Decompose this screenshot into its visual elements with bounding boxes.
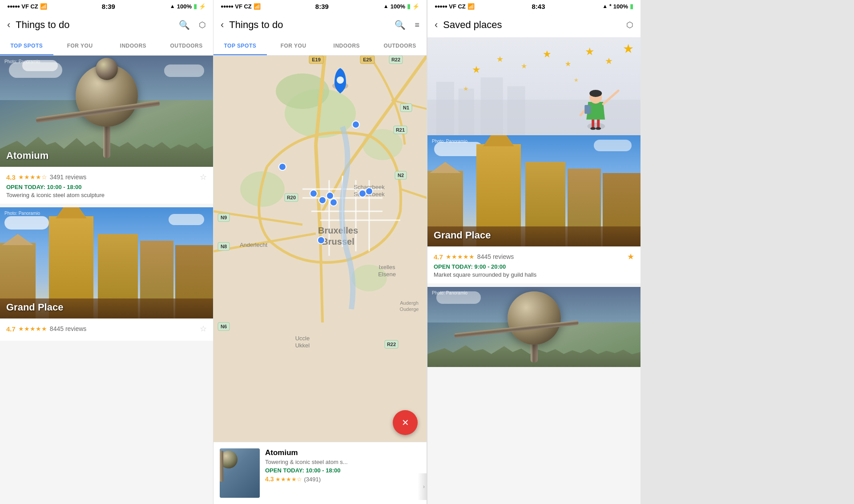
carrier-label-2: VF CZ	[235, 3, 252, 10]
tab-outdoors-2[interactable]: OUTDOORS	[373, 37, 427, 55]
saved-content: Photo: Panoramio Grand Place 4.7 ★★★★★ 8…	[427, 135, 640, 504]
atomium-rating: 4.3 ★★★★☆ 3491 reviews ☆	[6, 172, 207, 182]
back-button-2[interactable]: ‹	[221, 19, 224, 31]
photo-credit-saved-at: Photo: Panoramio	[432, 290, 467, 295]
svg-text:N8: N8	[221, 244, 227, 249]
map-area[interactable]: E19 E25 R22 N1 R21 N2 R20 N9 N8	[214, 56, 427, 504]
back-button-1[interactable]: ‹	[7, 19, 10, 31]
screen1-panel: ●●●●● VF CZ 📶 8:39 ▲ 100% ▮ ⚡ ‹ Things t…	[0, 0, 214, 504]
photo-credit-saved-gp: Photo: Panoramio	[432, 139, 467, 144]
saved-grandplace-info: 4.7 ★★★★★ 8445 reviews ★ OPEN TODAY: 9:0…	[427, 246, 640, 283]
signal-icon-3: ●●●●●	[435, 4, 447, 9]
popup-name: Atomium	[265, 448, 420, 457]
map-icon-1[interactable]: ⬡	[199, 20, 206, 30]
popup-rating-num: 4.3	[265, 476, 274, 483]
svg-point-62	[326, 192, 334, 199]
svg-point-66	[318, 237, 325, 244]
svg-text:N9: N9	[221, 215, 227, 220]
svg-point-59	[279, 163, 286, 170]
battery-label-3: 100%	[613, 3, 628, 10]
svg-point-60	[310, 190, 317, 197]
signal-icon-2: ●●●●●	[221, 4, 233, 9]
svg-rect-92	[584, 105, 591, 114]
content-1: Photo: Panoramio Atomium 4.3 ★★★★☆ 3491 …	[0, 56, 213, 504]
atomium-fav-button[interactable]: ☆	[200, 172, 207, 182]
svg-text:N6: N6	[221, 324, 227, 329]
popup-rating: 4.3 ★★★★☆ (3491)	[265, 476, 420, 483]
tab-indoors-2[interactable]: INDOORS	[320, 37, 374, 55]
map-icon-3[interactable]: ⬡	[626, 20, 633, 30]
nav-bar-3: ‹ Saved places ⬡	[427, 12, 640, 37]
charging-icon-2: ⚡	[412, 3, 419, 10]
svg-point-58	[352, 121, 359, 128]
screen2-panel: ●●●●● VF CZ 📶 8:39 ▲ 100% ▮ ⚡ ‹ Things t…	[214, 0, 427, 504]
svg-text:R22: R22	[387, 342, 396, 347]
search-icon-2[interactable]: 🔍	[395, 20, 406, 30]
tab-top-spots-1[interactable]: TOP SPOTS	[0, 37, 53, 55]
svg-text:★: ★	[585, 45, 595, 57]
popup-desc: Towering & iconic steel atom s...	[265, 459, 420, 465]
saved-gp-stars: ★★★★★	[446, 253, 475, 260]
svg-text:★: ★	[623, 42, 634, 56]
saved-gp-fav-button[interactable]: ★	[627, 252, 634, 262]
saved-grandplace-label: Grand Place	[434, 230, 491, 241]
wifi-icon-2: 📶	[254, 3, 261, 10]
svg-rect-69	[436, 82, 454, 135]
saved-atomium-image: Photo: Panoramio	[427, 287, 640, 367]
svg-text:Elsene: Elsene	[378, 271, 396, 278]
popup-scroll-hint: ›	[418, 473, 427, 500]
wifi-icon: 📶	[40, 3, 47, 10]
saved-gp-desc: Market square surrounded by guild halls	[434, 271, 634, 278]
place-card-atomium[interactable]: Photo: Panoramio Atomium 4.3 ★★★★☆ 3491 …	[0, 56, 213, 204]
svg-text:Audergh: Audergh	[400, 300, 419, 306]
grandplace-fav-button[interactable]: ☆	[200, 324, 207, 334]
grandplace-reviews: 8445 reviews	[50, 325, 87, 332]
time-label-1: 8:39	[102, 3, 115, 10]
svg-text:Anderlecht: Anderlecht	[240, 242, 268, 248]
grandplace-stars: ★★★★★	[18, 325, 47, 332]
saved-card-grandplace[interactable]: Photo: Panoramio Grand Place 4.7 ★★★★★ 8…	[427, 135, 640, 283]
saved-gp-rating: 4.7 ★★★★★ 8445 reviews ★	[434, 252, 634, 262]
svg-text:★: ★	[543, 48, 552, 60]
saved-hero: ★ ★ ★ ★ ★ ★ ★ ★ ★ ★	[427, 37, 640, 135]
back-button-3[interactable]: ‹	[435, 19, 438, 31]
svg-point-87	[596, 127, 601, 130]
tab-top-spots-2[interactable]: TOP SPOTS	[214, 37, 267, 55]
time-label-2: 8:39	[315, 3, 329, 10]
svg-point-61	[319, 197, 326, 204]
svg-text:Brussel: Brussel	[322, 237, 354, 246]
status-bar-3: ●●●●● VF CZ 📶 8:43 ▲ * 100% ▮	[427, 0, 640, 12]
fab-button[interactable]: ✕	[393, 410, 418, 435]
saved-grandplace-image: Photo: Panoramio Grand Place	[427, 135, 640, 246]
svg-text:★: ★	[521, 62, 527, 70]
svg-rect-70	[459, 89, 474, 135]
list-icon-2[interactable]: ≡	[415, 20, 419, 30]
bluetooth-icon: *	[609, 3, 612, 9]
tab-for-you-2[interactable]: FOR YOU	[267, 37, 320, 55]
map-svg: E19 E25 R22 N1 R21 N2 R20 N9 N8	[214, 56, 427, 443]
saved-card-atomium[interactable]: Photo: Panoramio	[427, 287, 640, 367]
svg-point-63	[330, 199, 337, 206]
place-card-grandplace[interactable]: Photo: Panoramio Grand Place 4.7 ★★★★★ 8…	[0, 207, 213, 341]
svg-point-65	[366, 188, 373, 195]
tab-outdoors-1[interactable]: OUTDOORS	[160, 37, 213, 55]
svg-text:N2: N2	[398, 173, 404, 178]
time-label-3: 8:43	[532, 3, 545, 10]
atomium-desc: Towering & iconic steel atom sculpture	[6, 192, 207, 198]
carrier-label-3: VF CZ	[449, 3, 466, 10]
popup-hours: OPEN TODAY: 10:00 - 18:00	[265, 467, 420, 474]
tab-indoors-1[interactable]: INDOORS	[107, 37, 160, 55]
search-icon-1[interactable]: 🔍	[179, 20, 190, 30]
photo-credit-atomium: Photo: Panoramio	[4, 59, 40, 64]
popup-info: Atomium Towering & iconic steel atom s..…	[265, 448, 420, 498]
svg-text:Ixelles: Ixelles	[379, 264, 395, 270]
tab-for-you-1[interactable]: FOR YOU	[53, 37, 107, 55]
svg-point-86	[590, 127, 596, 130]
svg-text:R22: R22	[391, 57, 400, 62]
map-popup-card[interactable]: Atomium Towering & iconic steel atom s..…	[214, 442, 427, 504]
svg-text:E19: E19	[312, 57, 321, 62]
popup-stars: ★★★★☆	[275, 476, 302, 483]
popup-reviews: (3491)	[304, 476, 321, 483]
status-bar-2: ●●●●● VF CZ 📶 8:39 ▲ 100% ▮ ⚡	[214, 0, 427, 12]
saved-gp-hours: OPEN TODAY: 9:00 - 20:00	[434, 263, 634, 270]
